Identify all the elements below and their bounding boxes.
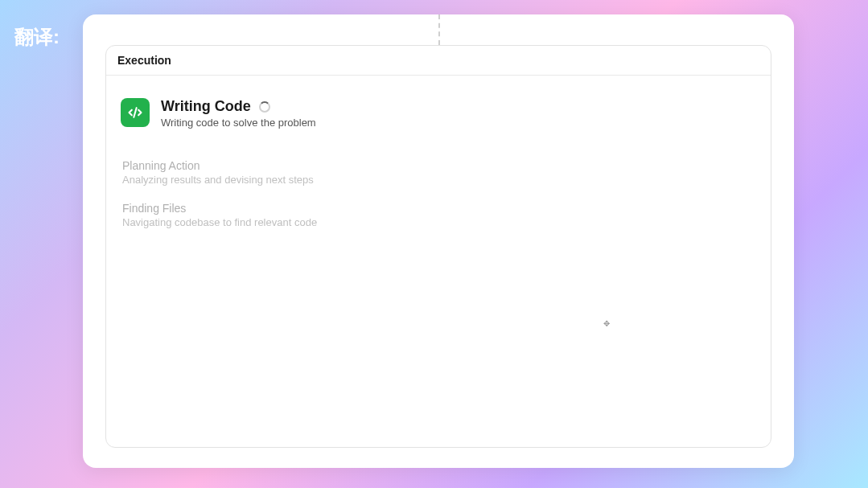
step-active: Writing Code Writing code to solve the p… bbox=[121, 98, 756, 129]
outer-panel: Execution Writing Code Writing code bbox=[83, 14, 794, 468]
step-inactive: Finding Files Navigating codebase to fin… bbox=[121, 202, 756, 228]
card-title: Execution bbox=[117, 54, 759, 67]
step-inactive-description: Navigating codebase to find relevant cod… bbox=[122, 216, 756, 228]
step-inactive-title: Finding Files bbox=[122, 202, 756, 215]
svg-line-0 bbox=[134, 108, 136, 117]
card-body: Writing Code Writing code to solve the p… bbox=[106, 76, 771, 259]
translation-label: 翻译: bbox=[14, 24, 60, 50]
step-active-content: Writing Code Writing code to solve the p… bbox=[161, 98, 756, 129]
step-active-description: Writing code to solve the problem bbox=[161, 117, 756, 129]
step-active-title-row: Writing Code bbox=[161, 98, 756, 115]
step-inactive: Planning Action Analyzing results and de… bbox=[121, 159, 756, 186]
step-inactive-title: Planning Action bbox=[122, 159, 756, 172]
step-inactive-description: Analyzing results and devising next step… bbox=[122, 174, 756, 186]
code-icon bbox=[121, 98, 150, 127]
cursor-indicator-icon: ✥ bbox=[603, 319, 610, 326]
step-active-title: Writing Code bbox=[161, 98, 251, 115]
card-header: Execution bbox=[106, 46, 771, 76]
execution-card: Execution Writing Code Writing code bbox=[105, 45, 771, 448]
connector-line bbox=[438, 14, 440, 45]
loading-spinner-icon bbox=[259, 101, 270, 113]
